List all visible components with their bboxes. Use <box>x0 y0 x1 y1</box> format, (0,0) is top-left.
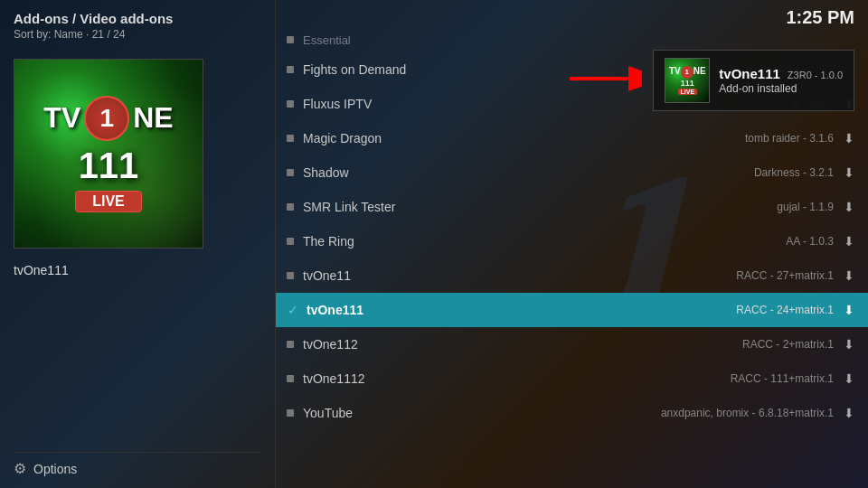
list-item[interactable]: Shadow Darkness - 3.2.1 ⬇ <box>276 155 868 190</box>
item-name: Shadow <box>303 165 754 180</box>
one-circle <box>84 96 129 141</box>
item-bullet <box>287 238 294 245</box>
list-item[interactable]: SMR Link Tester gujal - 1.1.9 ⬇ <box>276 190 868 224</box>
top-bar: 1:25 PM <box>772 0 868 35</box>
sort-info: Sort by: Name · 21 / 24 <box>14 28 261 41</box>
tv-text: TV <box>43 101 80 135</box>
item-bullet <box>287 409 294 417</box>
arrow-indicator <box>570 65 642 99</box>
popup-thumb-text: TV1NE <box>669 66 706 79</box>
addon-thumbnail: TV NE 111 LIVE <box>14 59 203 249</box>
item-bullet <box>287 272 294 279</box>
download-icon: ⬇ <box>841 164 857 181</box>
download-icon: ⬇ <box>841 267 857 284</box>
item-bullet <box>287 66 294 73</box>
item-name: tvOne112 <box>303 337 742 352</box>
options-label: Options <box>33 462 77 476</box>
right-panel: 1:25 PM Essential Fights on Demand Fluxu… <box>276 0 868 488</box>
download-icon: ⬇ <box>841 199 857 215</box>
left-panel: Add-ons / Video add-ons Sort by: Name · … <box>0 0 276 488</box>
live-badge: LIVE <box>75 191 142 212</box>
list-item[interactable]: tvOne1112 RACC - 111+matrix.1 ⬇ <box>276 361 868 396</box>
list-item[interactable]: Magic Dragon tomb raider - 3.1.6 ⬇ <box>276 121 868 155</box>
item-bullet <box>287 100 294 108</box>
item-meta: Darkness - 3.2.1 <box>754 166 834 179</box>
list-item[interactable]: tvOne112 RACC - 2+matrix.1 ⬇ <box>276 327 868 361</box>
popup-title: tvOne111 <box>719 66 780 81</box>
essential-bullet <box>287 36 294 43</box>
item-name: tvOne111 <box>307 303 736 317</box>
item-name: Magic Dragon <box>303 131 745 145</box>
download-icon: ⬇ <box>841 336 857 352</box>
download-icon: ⬇ <box>841 233 857 249</box>
list-item[interactable]: tvOne11 RACC - 27+matrix.1 ⬇ <box>276 258 868 293</box>
list-item-selected[interactable]: ✓ tvOne111 RACC - 24+matrix.1 ⬇ <box>276 293 868 327</box>
item-name: SMR Link Tester <box>303 200 777 214</box>
popup-notification: TV1NE 111 LIVE tvOne111 Z3R0 - 1.0.0 Add… <box>653 50 854 111</box>
bottom-options-area[interactable]: ⚙ Options <box>14 452 261 477</box>
item-name: tvOne11 <box>303 268 736 283</box>
number-111: 111 <box>79 145 139 186</box>
item-name: The Ring <box>303 234 786 249</box>
ne-text: NE <box>133 101 173 135</box>
item-meta: AA - 1.0.3 <box>786 235 834 248</box>
download-icon: ⬇ <box>841 302 857 318</box>
item-name: YouTube <box>303 406 661 420</box>
item-meta: anxdpanic, bromix - 6.8.18+matrix.1 <box>661 407 834 419</box>
item-bullet <box>287 203 294 211</box>
item-meta: RACC - 111+matrix.1 <box>731 372 834 385</box>
download-icon: ⬇ <box>841 371 857 387</box>
item-meta: RACC - 24+matrix.1 <box>736 304 834 316</box>
item-bullet <box>287 341 294 348</box>
list-item[interactable]: The Ring AA - 1.0.3 ⬇ <box>276 224 868 258</box>
breadcrumb: Add-ons / Video add-ons <box>14 11 261 26</box>
item-bullet <box>287 375 294 382</box>
addon-name-label: tvOne111 <box>14 263 261 277</box>
item-name: tvOne1112 <box>303 371 731 386</box>
item-meta: gujal - 1.1.9 <box>777 201 834 213</box>
main-container: Add-ons / Video add-ons Sort by: Name · … <box>0 0 868 488</box>
popup-version: Z3R0 - 1.0.0 <box>788 70 843 80</box>
clock: 1:25 PM <box>786 7 854 28</box>
breadcrumb-area: Add-ons / Video add-ons Sort by: Name · … <box>14 11 261 41</box>
item-bullet <box>287 169 294 176</box>
tvone-logo: TV NE 111 LIVE <box>43 96 173 212</box>
popup-thumb-live: LIVE <box>678 89 698 95</box>
list-item[interactable]: YouTube anxdpanic, bromix - 6.8.18+matri… <box>276 396 868 430</box>
item-meta: RACC - 27+matrix.1 <box>736 269 834 282</box>
popup-thumbnail: TV1NE 111 LIVE <box>665 58 710 103</box>
popup-status: Add-on installed <box>719 82 843 95</box>
item-meta: RACC - 2+matrix.1 <box>742 338 834 351</box>
popup-text-area: tvOne111 Z3R0 - 1.0.0 Add-on installed <box>719 66 843 95</box>
options-icon: ⚙ <box>14 460 26 477</box>
download-icon: ⬇ <box>841 405 857 421</box>
essential-label: Essential <box>303 33 351 47</box>
download-icon: ⬇ <box>841 130 857 146</box>
item-meta: tomb raider - 3.1.6 <box>745 132 834 145</box>
item-bullet <box>287 135 294 142</box>
checkmark-icon: ✓ <box>287 304 299 316</box>
